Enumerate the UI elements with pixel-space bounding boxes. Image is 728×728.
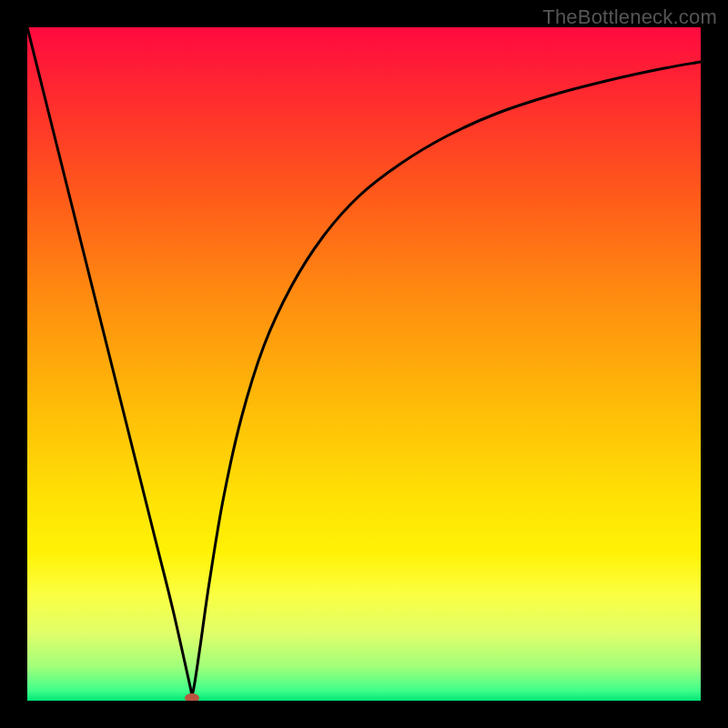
plot-area (27, 27, 701, 701)
chart-svg (27, 27, 701, 701)
gradient-background (27, 27, 701, 701)
watermark-text: TheBottleneck.com (542, 5, 717, 29)
chart-frame: TheBottleneck.com (0, 0, 728, 728)
